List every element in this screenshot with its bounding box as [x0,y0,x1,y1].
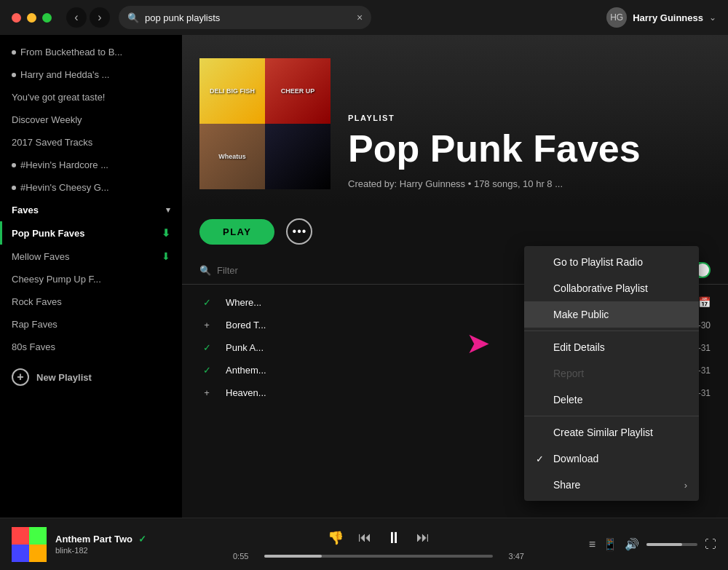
playlist-type-label: PLAYLIST [348,114,711,122]
play-button[interactable]: PLAY [199,219,274,245]
next-button[interactable]: ⏭ [416,530,430,545]
sidebar-item-label: Mellow Faves [12,251,69,262]
content-area: DELI BIG FISH CHEER UP Wheatus PLAYLIST … [182,35,728,518]
svg-rect-3 [29,545,47,562]
search-icon: 🔍 [127,12,139,23]
fullscreen-button[interactable] [42,13,52,23]
dot-icon [12,163,16,167]
progress-track[interactable] [264,555,493,558]
progress-fill [264,555,322,558]
sidebar: From Buckethead to B... Harry and Hedda'… [0,35,182,518]
ctx-item-label: Report [553,368,584,379]
ctx-arrow-icon: › [684,480,687,491]
filter-search-icon: 🔍 [199,265,211,276]
now-playing-art [12,527,47,562]
minimize-button[interactable] [27,13,36,23]
now-playing-track-name: Anthem Part Two [55,534,132,545]
user-menu[interactable]: HG Harry Guinness ⌄ [606,7,716,28]
now-playing-info: Anthem Part Two ✓ blink-182 [55,534,146,555]
sidebar-item-label: #Hevin's Cheesy G... [20,182,109,193]
download-icon: ⬇ [162,227,170,239]
playlist-title: Pop Punk Faves [348,128,711,170]
progress-bar-area: 0:55 3:47 [233,552,524,561]
art-quad-3: Wheatus [199,124,265,189]
track-number: ✓ [199,342,214,353]
ctx-edit-details[interactable]: Edit Details [524,334,699,360]
dot-icon [12,73,16,77]
art-quad-4 [265,124,331,189]
volume-fill [646,543,682,546]
chevron-down-icon: ▾ [166,205,170,215]
sidebar-item-label: #Hevin's Hardcore ... [20,159,108,170]
devices-icon[interactable]: 📱 [603,537,617,551]
play-pause-button[interactable]: ⏸ [386,529,402,547]
sidebar-item-hevin-hardcore[interactable]: #Hevin's Hardcore ... [0,154,182,176]
fullscreen-icon[interactable]: ⛶ [705,538,716,551]
search-input[interactable] [145,12,351,23]
back-button[interactable]: ‹ [66,7,87,28]
sidebar-section-faves[interactable]: Faves ▾ [0,199,182,221]
playlist-meta: Created by: Harry Guinness • 178 songs, … [348,178,711,189]
ctx-playlist-radio[interactable]: Go to Playlist Radio [524,249,699,275]
sidebar-item-label: 2017 Saved Tracks [12,137,92,148]
ctx-item-label: Collaborative Playlist [553,282,648,294]
new-playlist-button[interactable]: + New Playlist [0,361,182,393]
sidebar-item-discover-weekly[interactable]: Discover Weekly [0,108,182,131]
main-area: From Buckethead to B... Harry and Hedda'… [0,35,728,518]
queue-icon[interactable]: ≡ [589,538,596,551]
more-options-button[interactable]: ••• [286,218,312,245]
ctx-download[interactable]: ✓ Download [524,446,699,472]
ctx-share[interactable]: Share › [524,472,699,498]
user-name: Harry Guinness [633,12,703,23]
art-label-1: DELI BIG FISH [210,87,255,95]
sidebar-item-2017-saved[interactable]: 2017 Saved Tracks [0,131,182,154]
track-number: + [199,320,214,330]
search-clear-icon[interactable]: × [357,12,363,23]
sidebar-item-mellow-faves[interactable]: Mellow Faves ⬇ [0,245,182,268]
section-label: Faves [12,205,39,215]
context-menu: Go to Playlist Radio Collaborative Playl… [524,246,699,501]
now-playing-area: Anthem Part Two ✓ blink-182 [12,527,186,562]
avatar: HG [606,7,627,28]
ctx-item-label: Make Public [553,309,609,320]
filter-input[interactable] [217,265,339,276]
sidebar-item-harry-hedda[interactable]: Harry and Hedda's ... [0,63,182,86]
ctx-item-label: Delete [553,394,582,405]
previous-button[interactable]: ⏮ [358,530,371,545]
ctx-divider [524,416,699,416]
playlist-art: DELI BIG FISH CHEER UP Wheatus [199,58,331,189]
thumbs-down-button[interactable]: 👎 [328,530,344,546]
sidebar-item-80s-faves[interactable]: 80s Faves [0,336,182,358]
ctx-make-public[interactable]: Make Public [524,301,699,328]
bottom-player: Anthem Part Two ✓ blink-182 👎 ⏮ ⏸ ⏭ 0:55… [0,518,728,570]
current-time: 0:55 [233,552,258,561]
sidebar-item-pop-punk-faves[interactable]: Pop Punk Faves ⬇ [0,221,182,245]
chevron-down-icon: ⌄ [709,12,716,23]
ctx-delete[interactable]: Delete [524,387,699,413]
ctx-item-label: Share [553,479,580,491]
ctx-collaborative[interactable]: Collaborative Playlist [524,275,699,301]
sidebar-item-label: Rap Faves [12,319,58,330]
close-button[interactable] [12,13,21,23]
playlist-info: PLAYLIST Pop Punk Faves Created by: Harr… [348,114,711,189]
dot-icon [12,186,16,190]
volume-bar[interactable] [646,543,697,546]
sidebar-item-rock-faves[interactable]: Rock Faves [0,290,182,313]
pink-arrow-indicator: ➤ [466,326,491,360]
sidebar-item-from-buckethead[interactable]: From Buckethead to B... [0,41,182,63]
search-bar[interactable]: 🔍 × [119,6,371,29]
sidebar-item-label: You've got great taste! [12,92,105,103]
sidebar-item-hevin-cheesy[interactable]: #Hevin's Cheesy G... [0,176,182,199]
ctx-report: Report [524,360,699,387]
forward-button[interactable]: › [90,7,110,28]
sidebar-item-rap-faves[interactable]: Rap Faves [0,313,182,336]
ctx-create-similar[interactable]: Create Similar Playlist [524,419,699,446]
volume-icon[interactable]: 🔊 [625,537,639,551]
sidebar-item-cheesy-pump[interactable]: Cheesy Pump Up F... [0,268,182,290]
ctx-check-icon: ✓ [536,454,547,464]
total-time: 3:47 [499,552,524,561]
new-playlist-label: New Playlist [36,372,92,383]
ctx-item-label: Go to Playlist Radio [553,256,643,268]
sidebar-item-great-taste[interactable]: You've got great taste! [0,86,182,108]
now-playing-check-icon: ✓ [138,534,146,545]
